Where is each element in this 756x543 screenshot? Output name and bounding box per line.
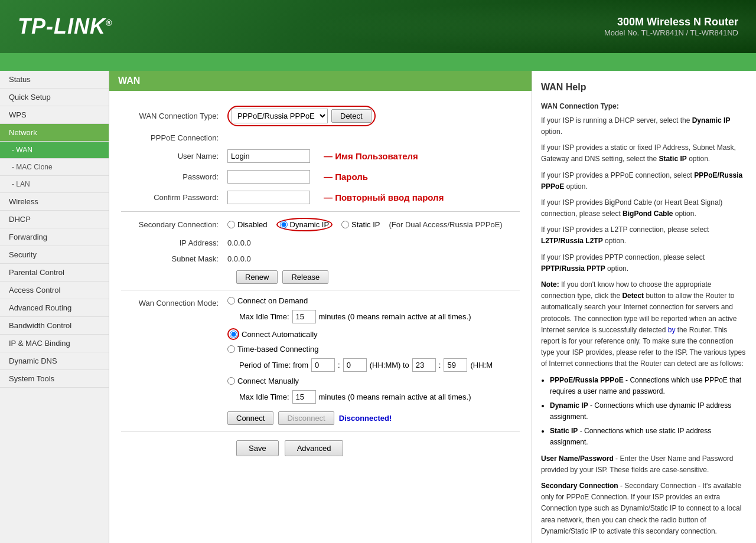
sidebar-item-network[interactable]: Network [0,124,109,142]
wan-mode-label: Wan Connection Mode: [121,296,227,308]
sidebar-item-bandwidth-control[interactable]: Bandwidth Control [0,317,109,335]
radio-dynamic-ip[interactable]: Dynamic IP [276,218,333,231]
mode-time-based[interactable]: Time-based Connecting [227,345,493,354]
password-label: Password: [121,172,227,181]
mode-demand-label: Connect on Demand [237,296,308,305]
period-label: Period of Time: from [239,361,308,369]
radio-static-ip-input[interactable] [341,221,349,228]
model-number: Model No. TL-WR841N / TL-WR841ND [604,28,738,37]
sidebar-item-wan[interactable]: - WAN [0,142,109,159]
radio-dynamic-ip-label: Dynamic IP [290,220,329,229]
mode-auto-row: Connect Automatically [227,328,493,340]
confirm-annotation: — Повторный ввод пароля [324,192,444,202]
help-note: Note: If you don't know how to choose th… [541,279,747,370]
sidebar-item-forwarding[interactable]: Forwarding [0,228,109,246]
confirm-password-row: Confirm Password: — Повторный ввод парол… [121,191,520,204]
secondary-label: Secondary Connection: [121,220,227,229]
mode-demand[interactable]: Connect on Demand [227,296,493,305]
sidebar-item-wireless[interactable]: Wireless [0,193,109,211]
max-idle-note-2: minutes (0 means remain active at all ti… [319,392,471,401]
radio-disabled[interactable]: Disabled [227,220,268,229]
router-name: 300M Wireless N Router [604,16,738,28]
time-from-h[interactable] [311,358,335,372]
sidebar-item-mac-clone[interactable]: - MAC Clone [0,159,109,176]
mode-demand-input[interactable] [227,297,235,305]
help-bullets: PPPoE/Russia PPPoE - Connections which u… [550,375,747,449]
help-p5: If your ISP provides a L2TP connection, … [541,224,747,247]
status-text: Disconnected! [339,414,392,423]
release-button[interactable]: Release [282,270,328,284]
sidebar-item-access-control[interactable]: Access Control [0,282,109,299]
mode-manually-input[interactable] [227,377,235,385]
time-from-m[interactable] [343,358,367,372]
mode-auto-highlight [227,328,239,340]
time-to-m[interactable] [444,358,467,372]
help-p1: If your ISP is running a DHCP server, se… [541,115,747,138]
logo: TP-LINK® [18,14,112,39]
connection-type-select[interactable]: PPPoE/Russia PPPoE [232,109,328,123]
confirm-password-control: — Повторный ввод пароля [227,191,444,204]
help-username-pw: User Name/Password - Enter the User Name… [541,453,747,476]
divider-3 [121,431,520,431]
renew-button[interactable]: Renew [236,270,278,284]
sidebar-item-ip-mac-binding[interactable]: IP & MAC Binding [0,335,109,352]
main-content: WAN WAN Connection Type: PPPoE/Russia PP… [109,71,532,543]
radio-static-ip-label: Static IP [351,220,380,229]
detect-button[interactable]: Detect [331,109,372,123]
mode-auto-input[interactable] [230,331,237,338]
sidebar-item-system-tools[interactable]: System Tools [0,370,109,388]
sidebar-item-parental-control[interactable]: Parental Control [0,264,109,282]
sidebar-item-security[interactable]: Security [0,246,109,264]
time-period-row: Period of Time: from : (HH:MM) to : (HH:… [239,358,493,372]
sidebar-item-dynamic-dns[interactable]: Dynamic DNS [0,352,109,370]
radio-disabled-input[interactable] [227,221,235,228]
divider-2 [121,290,520,290]
username-label: User Name: [121,152,227,161]
hhmm-label-2: (HH:M [470,361,493,369]
connect-button[interactable]: Connect [227,411,273,425]
time-to-h[interactable] [412,358,436,372]
secondary-connection-row: Secondary Connection: Disabled Dynamic I… [121,218,520,231]
sidebar-item-status[interactable]: Status [0,71,109,89]
sidebar: Status Quick Setup WPS Network - WAN - M… [0,71,109,543]
sidebar-item-quick-setup[interactable]: Quick Setup [0,89,109,106]
ip-label: IP Address: [121,238,227,247]
help-title: WAN Help [541,80,747,95]
confirm-password-input[interactable] [227,191,310,204]
sidebar-item-dhcp[interactable]: DHCP [0,211,109,228]
colon-2: : [439,361,441,369]
radio-dynamic-ip-input[interactable] [280,221,288,228]
pppoe-connection-row: PPPoE Connection: [121,133,520,142]
ip-address-row: IP Address: 0.0.0.0 [121,238,520,247]
help-bullet-2: Dynamic IP - Connections which use dynam… [550,400,747,423]
sidebar-item-advanced-routing[interactable]: Advanced Routing [0,299,109,317]
username-input[interactable] [227,149,310,163]
renew-release-row: Renew Release [236,270,520,284]
save-button[interactable]: Save [236,440,279,456]
password-input[interactable] [227,170,310,184]
password-control: — Пароль [227,170,368,184]
connection-type-row: WAN Connection Type: PPPoE/Russia PPPoE … [121,106,520,126]
username-annotation: — Имя Пользователя [324,151,418,161]
hhmm-label-1: (HH:MM) to [370,361,409,369]
sidebar-item-wps[interactable]: WPS [0,106,109,124]
header: TP-LINK® 300M Wireless N Router Model No… [0,0,756,53]
help-bullet-1: PPPoE/Russia PPPoE - Connections which u… [550,375,747,397]
sidebar-item-lan[interactable]: - LAN [0,176,109,193]
max-idle-input-1[interactable] [292,310,316,323]
mode-manually[interactable]: Connect Manually [227,377,493,385]
username-row: User Name: — Имя Пользователя [121,149,520,163]
confirm-password-label: Confirm Password: [121,193,227,202]
max-idle-input-2[interactable] [292,390,316,404]
connection-type-annotated: PPPoE/Russia PPPoE Detect [227,106,376,126]
password-annotation: — Пароль [324,172,368,182]
wan-mode-row: Wan Connection Mode: Connect on Demand M… [121,296,520,425]
disconnect-button[interactable]: Disconnect [278,411,334,425]
mode-time-label: Time-based Connecting [237,345,319,354]
mode-time-input[interactable] [227,345,235,353]
help-panel: WAN Help WAN Connection Type: If your IS… [532,71,756,543]
nav-bar [0,53,756,71]
advanced-button[interactable]: Advanced [285,440,344,456]
radio-static-ip[interactable]: Static IP [341,220,380,229]
connection-type-control: PPPoE/Russia PPPoE Detect [227,106,376,126]
